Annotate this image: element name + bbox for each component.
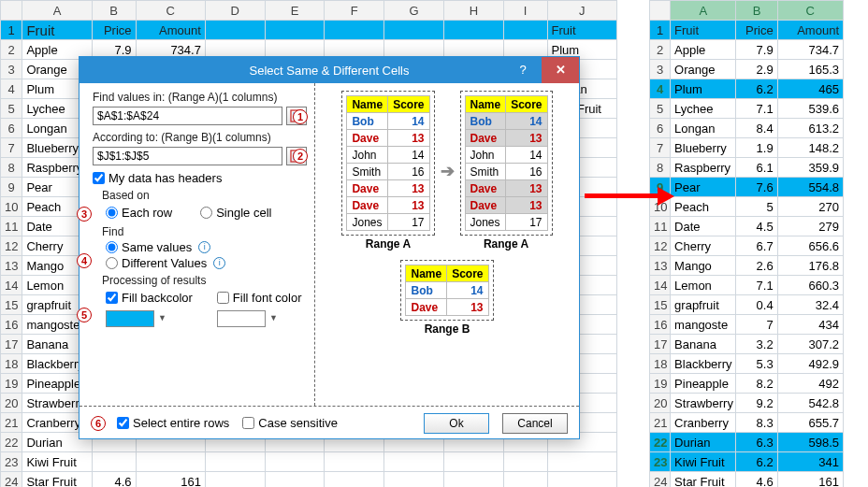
table-row[interactable]: 15 grapfruit 0.4 32.4	[650, 295, 844, 315]
step-badge-3: 3	[77, 207, 92, 222]
table-row[interactable]: 2 Apple 7.9 734.7	[650, 40, 844, 60]
different-values-radio[interactable]: Different Values i	[106, 256, 307, 270]
step-badge-6: 6	[91, 416, 106, 431]
table-row[interactable]: 24 Star Fruit 4.6 161	[1, 472, 617, 488]
find-section-label: Find	[102, 225, 307, 238]
table-row[interactable]: 23 Kiwi Fruit	[1, 452, 617, 472]
dialog-titlebar[interactable]: Select Same & Different Cells ? ✕	[80, 57, 579, 83]
arrow-right-icon: ➔	[441, 161, 455, 181]
dialog-title: Select Same & Different Cells	[250, 64, 410, 78]
has-headers-checkbox[interactable]: My data has headers	[93, 171, 307, 185]
cancel-button[interactable]: Cancel	[502, 413, 568, 434]
backcolor-swatch[interactable]	[106, 310, 154, 327]
table-row[interactable]: 4 Plum 6.2 465	[650, 79, 844, 99]
single-cell-radio[interactable]: Single cell	[200, 206, 271, 220]
info-icon[interactable]: i	[213, 257, 225, 269]
fill-fontcolor-checkbox[interactable]: Fill font color	[217, 291, 302, 305]
table-row[interactable]: 21 Cranberry 8.3 655.7	[650, 413, 844, 433]
result-arrow-icon	[585, 187, 678, 206]
table-row[interactable]: 7 Blueberry 1.9 148.2	[650, 138, 844, 158]
table-row[interactable]: 18 Blackberry 5.3 492.9	[650, 354, 844, 374]
range-a-input[interactable]	[93, 107, 282, 125]
table-row[interactable]: 22 Durian 6.3 598.5	[650, 433, 844, 452]
table-row[interactable]: 19 Pineapple 8.2 492	[650, 374, 844, 394]
preview-pane: NameScoreBob14Dave13John14Smith16Dave13D…	[315, 83, 579, 406]
step-badge-4: 4	[77, 253, 92, 268]
range-b-input[interactable]	[93, 147, 282, 165]
preview-range-a-after: NameScoreBob14Dave13John14Smith16Dave13D…	[460, 91, 553, 236]
table-row[interactable]: 5 Lychee 7.1 539.6	[650, 99, 844, 119]
each-row-radio[interactable]: Each row	[106, 206, 172, 220]
select-entire-rows-checkbox[interactable]: Select entire rows	[117, 416, 229, 430]
table-row[interactable]: 13 Mango 2.6 176.8	[650, 256, 844, 276]
info-icon[interactable]: i	[198, 241, 210, 253]
table-row[interactable]: 23 Kiwi Fruit 6.2 341	[650, 452, 844, 472]
table-row[interactable]: 20 Strawberry 9.2 542.8	[650, 394, 844, 413]
step-badge-1: 1	[293, 109, 308, 124]
select-same-different-dialog: Select Same & Different Cells ? ✕ Find v…	[79, 56, 580, 439]
find-values-label: Find values in: (Range A)(1 columns)	[93, 91, 307, 104]
table-row[interactable]: 8 Raspberry 6.1 359.9	[650, 158, 844, 178]
step-badge-5: 5	[77, 308, 92, 322]
col-header-row: A B C D E F G H I J	[1, 1, 617, 21]
table-row[interactable]: 10 Peach 5 270	[650, 197, 844, 217]
table-row[interactable]: 24 Star Fruit 4.6 161	[650, 472, 844, 488]
help-button[interactable]: ?	[510, 57, 536, 83]
step-badge-2: 2	[293, 149, 308, 164]
has-headers-input[interactable]	[93, 172, 105, 184]
table-row[interactable]: 16 mangoste 7 434	[650, 315, 844, 335]
table-row[interactable]: 3 Orange 2.9 165.3	[650, 60, 844, 79]
close-button[interactable]: ✕	[542, 57, 579, 83]
fontcolor-swatch[interactable]	[217, 310, 266, 327]
col-header-row: A B C	[650, 1, 844, 21]
table-row[interactable]: 14 Lemon 7.1 660.3	[650, 276, 844, 295]
table-row[interactable]: 11 Date 4.5 279	[650, 217, 844, 236]
table-row[interactable]: 9 Pear 7.6 554.8	[650, 178, 844, 197]
ok-button[interactable]: Ok	[424, 413, 489, 434]
right-spreadsheet-pane: A B C 1 Fruit Price Amount2 Apple 7.9 73…	[645, 0, 844, 487]
table-row[interactable]: 17 Banana 3.2 307.2	[650, 335, 844, 354]
table-row[interactable]: 6 Longan 8.4 613.2	[650, 119, 844, 138]
case-sensitive-checkbox[interactable]: Case sensitive	[242, 416, 338, 430]
fill-backcolor-checkbox[interactable]: Fill backcolor	[106, 291, 193, 305]
preview-range-b: NameScoreBob14Dave13	[400, 260, 493, 321]
processing-label: Processing of results	[102, 274, 307, 287]
based-on-label: Based on	[102, 189, 307, 202]
same-values-radio[interactable]: Same values i	[106, 240, 307, 254]
table-row[interactable]: 1 Fruit Price Amount	[650, 21, 844, 40]
preview-range-a-before: NameScoreBob14Dave13John14Smith16Dave13D…	[341, 91, 434, 236]
table-row[interactable]: 1 Fruit Price Amount Fruit	[1, 21, 617, 40]
left-spreadsheet-pane: A B C D E F G H I J 1 Fruit Price Amount…	[0, 0, 636, 487]
table-row[interactable]: 12 Cherry 6.7 656.6	[650, 236, 844, 256]
according-to-label: According to: (Range B)(1 columns)	[93, 131, 307, 144]
right-sheet[interactable]: A B C 1 Fruit Price Amount2 Apple 7.9 73…	[649, 0, 844, 487]
